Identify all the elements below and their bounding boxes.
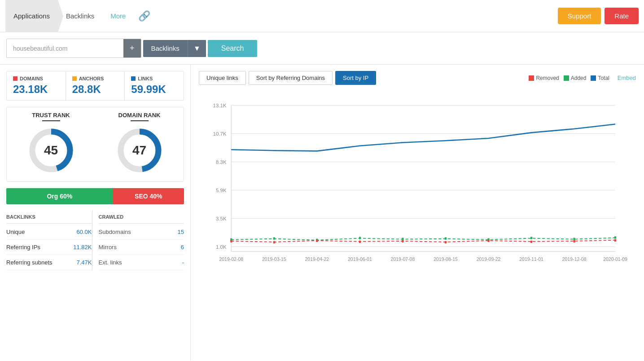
search-input[interactable]	[7, 40, 123, 57]
removed-dot	[529, 75, 534, 81]
search-button[interactable]: Search	[208, 40, 258, 57]
removed-point	[614, 239, 616, 242]
referring-ips-label: Referring IPs	[6, 244, 73, 251]
added-point	[574, 238, 575, 240]
domains-value: 23.18K	[13, 83, 59, 96]
removed-point	[487, 240, 489, 242]
nav-backlinks[interactable]: Backlinks	[58, 0, 102, 32]
top-nav: Applications Backlinks More 🔗 Support Ra…	[0, 0, 644, 32]
domain-rank-circle: 47	[115, 126, 164, 175]
svg-text:3.5K: 3.5K	[216, 216, 227, 221]
chart-svg: 13.1K 10.7K 8.3K 5.9K 3.5K 1.0K 2019-02-…	[199, 91, 636, 280]
trust-rank: TRUST RANK 45	[26, 112, 76, 175]
backlinks-header: BACKLINKS	[6, 211, 92, 224]
domains-label: DOMAINS	[20, 76, 43, 81]
sort-referring-button[interactable]: Sort by Referring Domains	[249, 71, 333, 85]
total-label: Total	[598, 75, 609, 81]
anchors-value: 28.8K	[72, 83, 118, 96]
sort-ip-button[interactable]: Sort by IP	[335, 71, 376, 85]
stat-links: LINKS 59.99K	[125, 71, 184, 100]
chart-controls: Unique links Sort by Referring Domains S…	[199, 71, 636, 85]
domain-rank-title: DOMAIN RANK	[118, 112, 161, 119]
ext-links-value: -	[182, 259, 184, 266]
stats-row: DOMAINS 23.18K ANCHORS 28.8K LINKS 59.99…	[6, 71, 184, 101]
legend-total: Total	[591, 75, 609, 81]
domain-rank: DOMAIN RANK 47	[115, 112, 164, 175]
removed-point	[445, 241, 447, 243]
svg-text:2019-07-08: 2019-07-08	[391, 256, 415, 262]
added-point	[273, 238, 275, 240]
total-dot	[591, 75, 596, 81]
table-row-referring-subnets: Referring subnets 7.47K	[6, 255, 92, 270]
svg-text:2019-02-08: 2019-02-08	[219, 256, 243, 262]
added-point	[359, 237, 361, 239]
added-point	[614, 236, 616, 238]
anchors-dot	[72, 76, 77, 81]
rate-button[interactable]: Rate	[605, 8, 639, 24]
chart-legend: Removed Added Total Embed	[529, 75, 636, 81]
svg-text:2019-12-08: 2019-12-08	[562, 256, 587, 262]
added-point	[445, 238, 447, 240]
mirrors-value: 6	[181, 244, 184, 251]
svg-text:2019-09-22: 2019-09-22	[477, 256, 501, 262]
links-label: LINKS	[138, 76, 153, 81]
referring-ips-value: 11.82K	[73, 244, 92, 251]
table-row-subdomains: Subdomains 15	[99, 225, 184, 240]
table-row-mirrors: Mirrors 6	[99, 240, 184, 255]
added-point	[402, 238, 403, 240]
embed-link[interactable]: Embed	[618, 75, 636, 81]
removed-point	[230, 240, 232, 242]
added-dot	[564, 75, 569, 81]
svg-text:5.9K: 5.9K	[216, 188, 227, 193]
search-type-dropdown[interactable]: ▼	[188, 40, 206, 57]
right-panel: Unique links Sort by Referring Domains S…	[191, 65, 644, 361]
trust-rank-circle: 45	[26, 126, 76, 175]
svg-text:8.3K: 8.3K	[216, 159, 227, 165]
removed-label: Removed	[536, 75, 559, 81]
removed-point	[359, 241, 361, 243]
removed-point	[316, 240, 318, 242]
added-label: Added	[571, 75, 587, 81]
removed-point	[530, 241, 532, 243]
domain-rank-underline	[131, 120, 149, 121]
added-point	[530, 237, 532, 239]
domain-rank-number: 47	[132, 143, 146, 158]
chart-area: 13.1K 10.7K 8.3K 5.9K 3.5K 1.0K 2019-02-…	[199, 91, 636, 280]
legend-removed: Removed	[529, 75, 559, 81]
stat-domains: DOMAINS 23.18K	[7, 71, 66, 100]
support-button[interactable]: Support	[558, 8, 601, 24]
svg-text:2019-08-15: 2019-08-15	[434, 256, 458, 262]
nav-applications[interactable]: Applications	[5, 0, 58, 32]
svg-text:2019-06-01: 2019-06-01	[348, 256, 372, 262]
links-value: 59.99K	[131, 83, 177, 96]
search-type-label: Backlinks	[143, 40, 188, 57]
added-line	[231, 238, 615, 240]
nav-more-label: More	[110, 12, 126, 20]
nav-more[interactable]: More	[102, 0, 134, 32]
legend-added: Added	[564, 75, 587, 81]
backlinks-header-label: BACKLINKS	[6, 214, 92, 220]
subdomains-label: Subdomains	[99, 229, 178, 235]
svg-text:1.0K: 1.0K	[216, 244, 227, 250]
nav-applications-label: Applications	[13, 12, 50, 20]
crawled-header: CRAWLED	[99, 211, 184, 224]
svg-text:13.1K: 13.1K	[213, 103, 227, 108]
svg-text:2020-01-09: 2020-01-09	[603, 256, 627, 262]
chain-icon[interactable]: 🔗	[138, 10, 150, 22]
total-line	[231, 124, 615, 151]
anchors-label: ANCHORS	[79, 76, 104, 81]
crawled-header-label: CRAWLED	[99, 214, 184, 220]
search-bar: + Backlinks ▼ Search	[0, 32, 644, 65]
ext-links-label: Ext. links	[99, 259, 182, 266]
table-row-unique: Unique 60.0K	[6, 225, 92, 240]
seo-part: SEO 40%	[113, 188, 184, 204]
search-input-wrap: +	[6, 39, 141, 58]
backlinks-crawled-table: BACKLINKS Unique 60.0K Referring IPs 11.…	[6, 211, 184, 270]
svg-text:2019-04-22: 2019-04-22	[305, 256, 329, 262]
trust-rank-underline	[42, 120, 60, 121]
search-plus-button[interactable]: +	[123, 39, 141, 57]
links-dot	[131, 76, 136, 81]
unique-links-button[interactable]: Unique links	[199, 71, 246, 85]
org-part: Org 60%	[6, 188, 113, 204]
domains-dot	[13, 76, 18, 81]
